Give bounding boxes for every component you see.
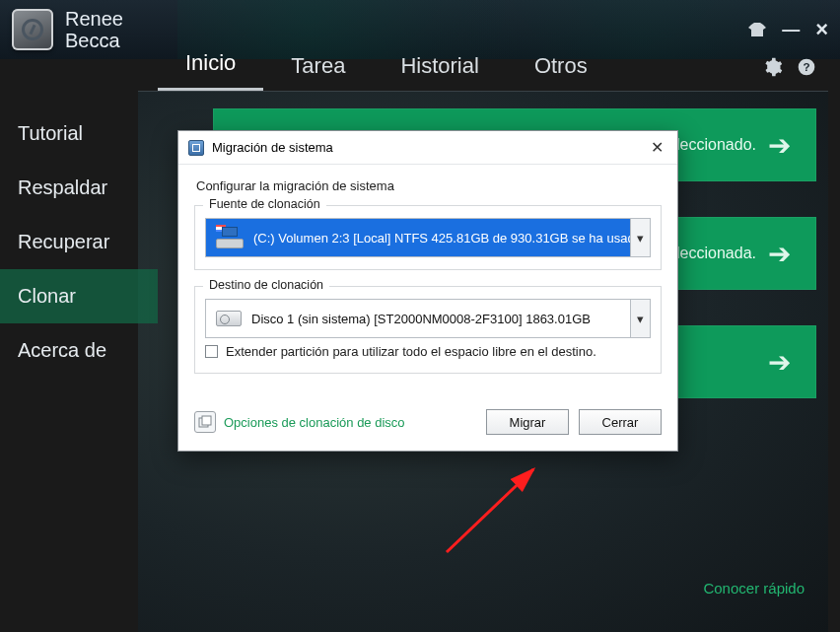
chevron-down-icon[interactable]: ▾ (630, 300, 650, 337)
app-title-line1: Renee (65, 8, 123, 30)
dest-fieldset: Destino de clonación Disco 1 (sin sistem… (194, 286, 662, 374)
destination-select[interactable]: Disco 1 (sin sistema) [ST2000NM0008-2F31… (205, 299, 651, 338)
app-title: Renee Becca (65, 8, 123, 51)
sidebar-item-respaldar[interactable]: Respaldar (0, 161, 158, 215)
clone-options-link[interactable]: Opciones de clonación de disco (194, 411, 405, 433)
destination-value-text: Disco 1 (sin sistema) [ST2000NM0008-2F31… (251, 312, 591, 326)
close-button[interactable]: × (815, 17, 828, 42)
system-migration-dialog: Migración de sistema ✕ Configurar la mig… (177, 130, 678, 452)
app-logo (12, 9, 53, 50)
windows-drive-icon (216, 227, 244, 248)
sidebar-item-clonar[interactable]: Clonar (0, 269, 158, 323)
svg-rect-3 (202, 416, 211, 425)
safe-dial-icon (22, 19, 43, 40)
dest-legend: Destino de clonación (203, 278, 329, 292)
tab-tarea[interactable]: Tarea (263, 45, 373, 91)
dialog-titlebar: Migración de sistema ✕ (178, 131, 677, 165)
dialog-subtitle: Configurar la migración de sistema (196, 178, 662, 193)
source-value[interactable]: (C:) Volumen 2:3 [Local] NTFS 425.81GB d… (206, 219, 630, 256)
sidebar: Tutorial Respaldar Recuperar Clonar Acer… (0, 91, 158, 632)
quick-tutorial-link[interactable]: Conocer rápido (703, 580, 805, 597)
tab-inicio[interactable]: Inicio (158, 42, 263, 91)
source-select[interactable]: (C:) Volumen 2:3 [Local] NTFS 425.81GB d… (205, 218, 651, 257)
window-controls: — × (748, 17, 828, 42)
sidebar-item-recuperar[interactable]: Recuperar (0, 215, 158, 269)
migrate-button[interactable]: Migrar (486, 409, 569, 435)
sidebar-item-acerca[interactable]: Acerca de (0, 323, 158, 378)
close-button[interactable]: Cerrar (579, 409, 662, 435)
dialog-footer: Opciones de clonación de disco Migrar Ce… (178, 399, 677, 451)
arrow-right-icon: ➔ (768, 346, 791, 379)
arrow-right-icon: ➔ (768, 238, 791, 270)
svg-text:?: ? (803, 60, 809, 73)
gear-icon[interactable] (763, 57, 785, 79)
extend-partition-label: Extender partición para utilizar todo el… (226, 344, 596, 359)
tab-otros[interactable]: Otros (507, 45, 615, 91)
dialog-title: Migración de sistema (212, 140, 333, 155)
extend-partition-row: Extender partición para utilizar todo el… (205, 342, 651, 361)
app-title-line2: Becca (65, 30, 123, 51)
source-fieldset: Fuente de clonación (C:) Volumen 2:3 [Lo… (194, 205, 662, 270)
top-nav: Inicio Tarea Historial Otros ? (158, 45, 830, 91)
dialog-body: Configurar la migración de sistema Fuent… (178, 165, 677, 399)
destination-value[interactable]: Disco 1 (sin sistema) [ST2000NM0008-2F31… (206, 300, 630, 337)
minimize-button[interactable]: — (782, 20, 800, 40)
clone-options-text: Opciones de clonación de disco (224, 415, 405, 430)
dialog-app-icon (188, 140, 204, 156)
help-icon[interactable]: ? (797, 57, 818, 79)
clone-options-icon (194, 411, 216, 433)
skin-icon[interactable] (748, 23, 766, 36)
source-legend: Fuente de clonación (203, 197, 326, 211)
sidebar-item-tutorial[interactable]: Tutorial (0, 106, 158, 161)
dialog-close-button[interactable]: ✕ (647, 138, 667, 157)
source-value-text: (C:) Volumen 2:3 [Local] NTFS 425.81GB d… (253, 231, 630, 246)
tab-historial[interactable]: Historial (373, 45, 506, 91)
disk-icon (216, 311, 242, 326)
extend-partition-checkbox[interactable] (205, 345, 218, 358)
chevron-down-icon[interactable]: ▾ (630, 219, 650, 256)
arrow-right-icon: ➔ (768, 129, 791, 162)
